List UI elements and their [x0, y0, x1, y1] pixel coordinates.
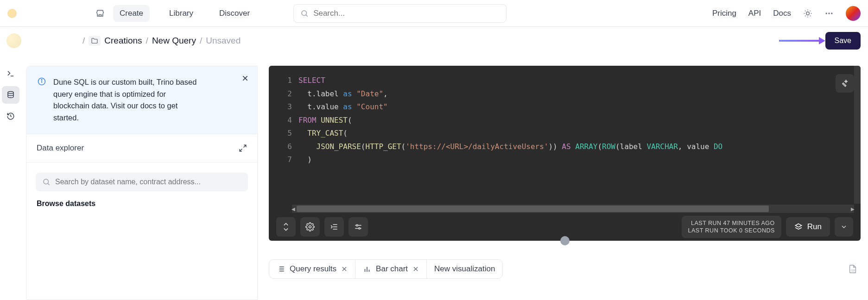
- right-pane: 1 2 3 4 5 6 7 SELECT t.label as "Date", …: [269, 66, 861, 300]
- svg-line-24: [48, 184, 49, 185]
- crumb-new-query[interactable]: New Query: [152, 36, 196, 46]
- slash: /: [82, 36, 85, 46]
- svg-line-6: [810, 15, 811, 16]
- svg-point-11: [826, 12, 827, 14]
- svg-point-25: [309, 226, 311, 228]
- layers-icon: [794, 223, 803, 231]
- export-csv-icon[interactable]: CSV: [845, 261, 861, 277]
- svg-point-31: [356, 225, 358, 226]
- settings-icon[interactable]: [300, 217, 320, 237]
- data-explorer-title: Data explorer: [37, 144, 84, 153]
- ai-magic-icon[interactable]: [836, 74, 854, 93]
- save-button[interactable]: Save: [825, 32, 861, 50]
- bar-chart-icon: [363, 265, 371, 273]
- list-icon: [277, 265, 285, 273]
- svg-line-21: [244, 145, 246, 148]
- breadcrumb-row: / Creations / New Query / Unsaved Save: [0, 27, 868, 55]
- scroll-left-icon[interactable]: ◀: [290, 205, 297, 213]
- svg-point-15: [8, 92, 13, 94]
- tab-new-viz[interactable]: New visualization: [427, 260, 502, 278]
- owner-avatar[interactable]: [6, 33, 21, 48]
- svg-line-5: [805, 11, 805, 11]
- nav-right: Pricing API Docs: [712, 6, 861, 21]
- top-nav: Create Library Discover Pricing API Docs: [0, 0, 868, 27]
- last-run-ago: LAST RUN 47 MINUTES AGO: [688, 219, 775, 227]
- svg-line-10: [810, 11, 811, 11]
- nav-discover[interactable]: Discover: [213, 5, 256, 22]
- rail-terminal-icon[interactable]: [2, 65, 19, 82]
- save-arrow-hint: [779, 40, 821, 42]
- svg-line-1: [306, 15, 308, 16]
- svg-point-18: [41, 80, 42, 81]
- more-icon[interactable]: [824, 9, 834, 18]
- run-button[interactable]: Run: [786, 217, 830, 237]
- crumb-unsaved: Unsaved: [206, 36, 241, 46]
- data-explorer-header: Data explorer: [26, 134, 257, 162]
- close-tab-icon[interactable]: [341, 266, 348, 272]
- code-content[interactable]: SELECT t.label as "Date", t.value as "Co…: [298, 74, 856, 167]
- sql-editor[interactable]: 1 2 3 4 5 6 7 SELECT t.label as "Date", …: [269, 66, 861, 213]
- tab-bar-chart[interactable]: Bar chart: [355, 260, 427, 278]
- search-icon: [42, 178, 51, 186]
- dataset-search-input[interactable]: [55, 178, 241, 186]
- close-tab-icon[interactable]: [412, 266, 419, 272]
- browse-datasets[interactable]: Browse datasets: [26, 200, 257, 208]
- expand-icon[interactable]: [239, 144, 247, 152]
- main-area: Dune SQL is our custom built, Trino base…: [26, 66, 861, 300]
- user-avatar[interactable]: [846, 6, 861, 21]
- nav-docs[interactable]: Docs: [773, 9, 791, 18]
- rail-database-icon[interactable]: [2, 86, 19, 104]
- scroll-thumb[interactable]: [297, 206, 769, 212]
- left-pane: Dune SQL is our custom built, Trino base…: [26, 66, 258, 300]
- dataset-search[interactable]: [36, 173, 248, 191]
- scroll-right-icon[interactable]: ▶: [849, 205, 856, 213]
- logo[interactable]: [7, 9, 17, 18]
- breadcrumb: / Creations / New Query / Unsaved: [82, 36, 241, 46]
- nav-links: Create Library Discover: [113, 5, 256, 22]
- viz-tab-group: Query results Bar chart New visualizatio…: [269, 259, 503, 279]
- run-caret-icon[interactable]: [835, 217, 853, 237]
- nav-library[interactable]: Library: [163, 5, 200, 22]
- svg-point-23: [44, 179, 49, 184]
- resize-handle[interactable]: [560, 236, 570, 245]
- crumb-creations[interactable]: Creations: [104, 36, 142, 46]
- svg-line-9: [805, 15, 805, 16]
- indent-icon[interactable]: [324, 217, 344, 237]
- editor-hscroll[interactable]: ◀ ▶: [292, 205, 854, 213]
- nav-pricing[interactable]: Pricing: [712, 9, 736, 18]
- tab-query-results[interactable]: Query results: [269, 260, 355, 278]
- info-icon: [38, 77, 46, 124]
- theme-toggle-icon[interactable]: [803, 9, 812, 18]
- left-rail: [0, 65, 19, 125]
- expand-vertical-icon[interactable]: [276, 217, 296, 237]
- svg-point-32: [359, 228, 360, 229]
- info-banner: Dune SQL is our custom built, Trino base…: [26, 66, 257, 134]
- viz-tabs-row: Query results Bar chart New visualizatio…: [269, 259, 861, 279]
- info-text: Dune SQL is our custom built, Trino base…: [53, 76, 202, 124]
- line-gutter: 1 2 3 4 5 6 7: [269, 74, 292, 167]
- svg-text:CSV: CSV: [851, 269, 855, 272]
- svg-line-22: [240, 149, 242, 151]
- folder-icon[interactable]: [89, 36, 101, 46]
- search-icon: [300, 9, 309, 18]
- global-search[interactable]: [293, 4, 507, 23]
- last-run-took: LAST RUN TOOK 0 SECONDS: [688, 227, 775, 234]
- global-search-input[interactable]: [313, 9, 500, 18]
- svg-marker-33: [795, 224, 802, 227]
- svg-point-13: [831, 12, 832, 14]
- dashboard-icon[interactable]: [95, 9, 105, 18]
- run-status: LAST RUN 47 MINUTES AGO LAST RUN TOOK 0 …: [682, 216, 781, 238]
- svg-point-12: [828, 12, 830, 14]
- sliders-icon[interactable]: [348, 217, 368, 237]
- nav-create[interactable]: Create: [113, 5, 150, 22]
- rail-history-icon[interactable]: [2, 107, 19, 125]
- svg-point-0: [302, 11, 307, 16]
- svg-point-2: [806, 12, 810, 15]
- close-icon[interactable]: [241, 75, 249, 82]
- nav-api[interactable]: API: [748, 9, 761, 18]
- editor-vscroll[interactable]: [854, 66, 861, 204]
